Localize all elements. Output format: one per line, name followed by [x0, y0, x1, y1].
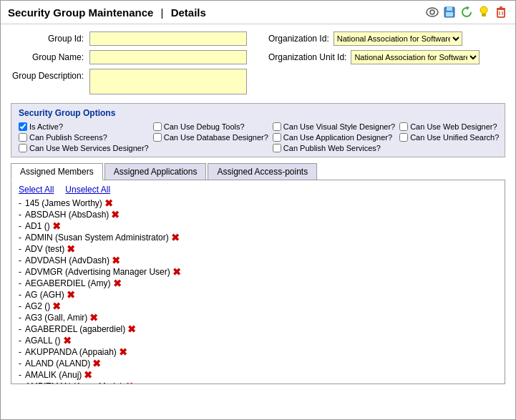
select-links: Select All Unselect All: [19, 185, 497, 195]
option-web-services-label: Can Use Web Services Designer?: [29, 144, 149, 152]
tab-assigned-applications[interactable]: Assigned Applications: [104, 163, 207, 180]
member-name: AG3 (Gall, Amir): [25, 313, 87, 323]
remove-member-icon[interactable]: ✖: [52, 301, 61, 311]
member-name: AGALL (): [25, 336, 61, 346]
remove-member-icon[interactable]: ✖: [52, 221, 61, 231]
tabs-container: Assigned Members Assigned Applications A…: [11, 163, 505, 384]
checkbox-publish-screens[interactable]: [19, 133, 27, 142]
svg-point-1: [430, 10, 434, 14]
list-item: 145 (James Worthy)✖: [19, 197, 497, 209]
group-desc-input[interactable]: [89, 69, 247, 94]
list-item: AD1 ()✖: [19, 220, 497, 232]
list-item: AEGABERDIEL (Amy)✖: [19, 278, 497, 289]
option-app-designer: Can Use Application Designer?: [273, 133, 395, 142]
option-is-active-label: Is Active?: [29, 122, 63, 131]
option-is-active: Is Active?: [19, 122, 149, 131]
checkbox-web-services[interactable]: [19, 144, 27, 152]
list-item: AKUPPANDA (Appaiah)✖: [19, 346, 497, 358]
remove-member-icon[interactable]: ✖: [67, 290, 75, 300]
list-item: ADVMGR (Advertising Manager User)✖: [19, 266, 497, 278]
list-item: AGALL ()✖: [19, 335, 497, 346]
option-publish-screens: Can Publish Screens?: [19, 133, 149, 142]
remove-member-icon[interactable]: ✖: [84, 370, 92, 380]
member-name: ADV (test): [25, 244, 64, 254]
tab-assigned-members[interactable]: Assigned Members: [11, 163, 103, 180]
remove-member-icon[interactable]: ✖: [119, 347, 127, 357]
option-unified-search-label: Can Use Unified Search?: [410, 133, 499, 142]
option-publish-web-label: Can Publish Web Services?: [283, 144, 381, 152]
remove-member-icon[interactable]: ✖: [67, 244, 75, 254]
member-name: AEGABERDIEL (Amy): [25, 278, 111, 288]
security-group-options: Security Group Options Is Active? Can Us…: [11, 103, 505, 157]
option-db-designer-label: Can Use Database Designer?: [164, 133, 268, 142]
org-unit-id-row: Organization Unit Id: National Associati…: [268, 50, 480, 64]
remove-member-icon[interactable]: ✖: [89, 313, 98, 323]
toolbar-icons: [425, 5, 508, 19]
checkbox-is-active[interactable]: [19, 122, 27, 131]
member-name: AG (AGH): [25, 290, 64, 300]
remove-member-icon[interactable]: ✖: [104, 198, 113, 208]
remove-member-icon[interactable]: ✖: [127, 324, 136, 334]
remove-member-icon[interactable]: ✖: [92, 358, 101, 368]
option-publish-screens-label: Can Publish Screens?: [29, 133, 107, 142]
options-grid: Is Active? Can Use Debug Tools? Can Use …: [19, 122, 497, 152]
svg-rect-3: [447, 7, 452, 11]
remove-member-icon[interactable]: ✖: [111, 210, 120, 220]
checkbox-app-designer[interactable]: [273, 133, 281, 142]
save-icon[interactable]: [442, 5, 457, 19]
remove-member-icon[interactable]: ✖: [171, 233, 180, 243]
option-visual-style-label: Can Use Visual Style Designer?: [283, 122, 395, 131]
member-name: AMBITMAN (Anne-Marie): [25, 381, 123, 384]
option-publish-web: Can Publish Web Services?: [273, 144, 395, 152]
option-app-designer-label: Can Use Application Designer?: [283, 133, 392, 142]
refresh-icon[interactable]: [459, 5, 474, 19]
option-db-designer: Can Use Database Designer?: [153, 133, 268, 142]
options-title: Security Group Options: [19, 108, 497, 118]
org-unit-id-label: Organization Unit Id:: [268, 52, 351, 62]
remove-member-icon[interactable]: ✖: [125, 381, 134, 384]
list-item: AMALIK (Anuj)✖: [19, 369, 497, 381]
unselect-all-link[interactable]: Unselect All: [65, 185, 110, 195]
title-text: Security Group Maintenance: [8, 6, 153, 19]
svg-rect-7: [497, 9, 505, 17]
option-empty2: [399, 144, 499, 152]
page-container: Security Group Maintenance | Details: [0, 0, 516, 420]
remove-member-icon[interactable]: ✖: [113, 278, 122, 288]
checkbox-db-designer[interactable]: [153, 133, 162, 142]
checkbox-debug-tools[interactable]: [153, 122, 162, 131]
checkbox-web-designer[interactable]: [399, 122, 408, 131]
svg-point-5: [480, 6, 487, 14]
remove-member-icon[interactable]: ✖: [112, 255, 120, 265]
checkbox-visual-style[interactable]: [273, 122, 281, 131]
checkbox-publish-web[interactable]: [273, 144, 281, 152]
page-title: Security Group Maintenance | Details: [8, 6, 206, 19]
list-item: ADV (test)✖: [19, 243, 497, 255]
tab-assigned-access-points[interactable]: Assigned Access-points: [208, 163, 317, 180]
member-name: AG2 (): [25, 301, 50, 311]
remove-member-icon[interactable]: ✖: [172, 267, 181, 277]
option-visual-style: Can Use Visual Style Designer?: [273, 122, 395, 131]
svg-rect-4: [446, 12, 453, 16]
option-web-designer: Can Use Web Designer?: [399, 122, 499, 131]
delete-icon[interactable]: [494, 5, 508, 19]
group-id-input[interactable]: [89, 31, 247, 46]
svg-rect-6: [482, 14, 486, 16]
view-icon[interactable]: [425, 5, 439, 19]
bulb-icon[interactable]: [477, 5, 491, 19]
member-name: ALAND (ALAND): [25, 358, 90, 368]
member-name: AD1 (): [25, 221, 50, 231]
member-name: ADVMGR (Advertising Manager User): [25, 267, 170, 277]
option-web-services: Can Use Web Services Designer?: [19, 144, 149, 152]
tabs-header: Assigned Members Assigned Applications A…: [11, 163, 505, 180]
group-id-row: Group Id: Organization Id: National Asso…: [11, 31, 505, 46]
list-item: ABSDASH (AbsDash)✖: [19, 209, 497, 220]
select-all-link[interactable]: Select All: [19, 185, 54, 195]
org-unit-id-select[interactable]: National Association for Software E: [351, 50, 480, 64]
tab-content-members: Select All Unselect All 145 (James Worth…: [11, 180, 505, 384]
group-name-input[interactable]: [89, 50, 247, 64]
checkbox-unified-search[interactable]: [399, 133, 408, 142]
member-name: AMALIK (Anuj): [25, 370, 82, 380]
member-name: ADVDASH (AdvDash): [25, 255, 109, 265]
remove-member-icon[interactable]: ✖: [63, 336, 72, 346]
org-id-select[interactable]: National Association for Software E: [334, 31, 462, 46]
